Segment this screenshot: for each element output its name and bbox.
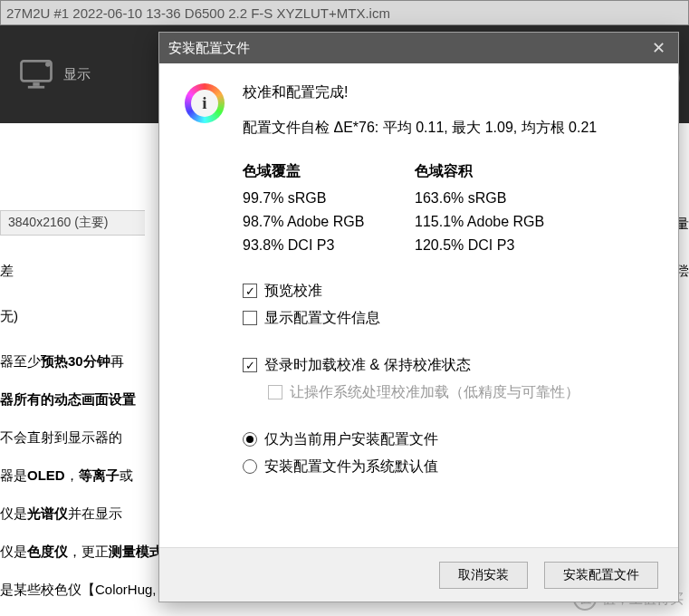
- volume-p3: 120.5% DCI P3: [415, 234, 587, 257]
- checkbox-icon: [243, 284, 257, 298]
- bg-frag2: 无): [0, 308, 18, 325]
- bg-frag1: 差: [0, 263, 14, 280]
- checkbox-load-on-login[interactable]: 登录时加载校准 & 保持校准状态: [243, 351, 653, 379]
- dialog-footer: 取消安装 安装配置文件: [159, 547, 678, 602]
- volume-header: 色域容积: [415, 159, 587, 183]
- monitor-icon: [16, 54, 56, 94]
- dialog-titlebar: 安装配置文件 ✕: [159, 33, 678, 63]
- dialog-body: i 校准和配置完成! 配置文件自检 ΔE*76: 平均 0.11, 最大 1.0…: [159, 63, 678, 547]
- radio-icon: [243, 432, 257, 447]
- bg-resolution: 3840x2160 (主要): [0, 210, 145, 236]
- coverage-srgb: 99.7% sRGB: [243, 187, 415, 210]
- radio-label: 安装配置文件为系统默认值: [264, 453, 438, 480]
- toolbar-item-display[interactable]: 显示: [0, 43, 107, 106]
- checkbox-label: 登录时加载校准 & 保持校准状态: [264, 351, 471, 379]
- coverage-header: 色域覆盖: [243, 159, 415, 183]
- coverage-p3: 93.8% DCI P3: [243, 234, 415, 257]
- filename-text: 27M2U #1 2022-06-10 13-36 D6500 2.2 F-S …: [6, 5, 390, 21]
- coverage-argb: 98.7% Adobe RGB: [243, 210, 415, 234]
- volume-argb: 115.1% Adobe RGB: [415, 210, 587, 234]
- checkbox-label: 显示配置文件信息: [264, 304, 380, 332]
- svg-rect-2: [33, 82, 39, 86]
- checkbox-icon: [268, 385, 282, 399]
- checkbox-label: 让操作系统处理校准加载（低精度与可靠性）: [290, 379, 579, 406]
- svg-point-1: [45, 62, 51, 67]
- checkbox-label: 预览校准: [264, 277, 322, 304]
- checkbox-icon: [243, 311, 257, 325]
- radio-system-default[interactable]: 安装配置文件为系统默认值: [243, 453, 653, 480]
- filename-bar: 27M2U #1 2022-06-10 13-36 D6500 2.2 F-S …: [0, 0, 689, 25]
- checkbox-show-info[interactable]: 显示配置文件信息: [243, 304, 653, 332]
- install-profile-dialog: 安装配置文件 ✕ i 校准和配置完成! 配置文件自检 ΔE*76: 平均 0.1…: [158, 32, 679, 602]
- done-message: 校准和配置完成!: [243, 83, 653, 102]
- radio-current-user[interactable]: 仅为当前用户安装配置文件: [243, 426, 653, 453]
- checkbox-icon: [243, 358, 257, 372]
- coverage-column: 色域覆盖 99.7% sRGB 98.7% Adobe RGB 93.8% DC…: [243, 159, 415, 257]
- toolbar-item-label: 显示: [63, 66, 91, 83]
- volume-srgb: 163.6% sRGB: [415, 187, 587, 210]
- checkbox-preview[interactable]: 预览校准: [243, 277, 653, 304]
- volume-column: 色域容积 163.6% sRGB 115.1% Adobe RGB 120.5%…: [415, 159, 587, 257]
- cancel-button[interactable]: 取消安装: [439, 562, 528, 589]
- checkbox-os-handle: 让操作系统处理校准加载（低精度与可靠性）: [243, 379, 653, 406]
- self-check-line: 配置文件自检 ΔE*76: 平均 0.11, 最大 1.09, 均方根 0.21: [243, 119, 653, 138]
- install-button[interactable]: 安装配置文件: [544, 562, 658, 589]
- radio-icon: [243, 459, 257, 474]
- svg-rect-3: [28, 86, 44, 89]
- gamut-grid: 色域覆盖 99.7% sRGB 98.7% Adobe RGB 93.8% DC…: [243, 159, 653, 257]
- radio-label: 仅为当前用户安装配置文件: [264, 426, 438, 453]
- dialog-title: 安装配置文件: [168, 40, 250, 57]
- info-icon: i: [185, 83, 225, 123]
- close-icon[interactable]: ✕: [647, 38, 669, 58]
